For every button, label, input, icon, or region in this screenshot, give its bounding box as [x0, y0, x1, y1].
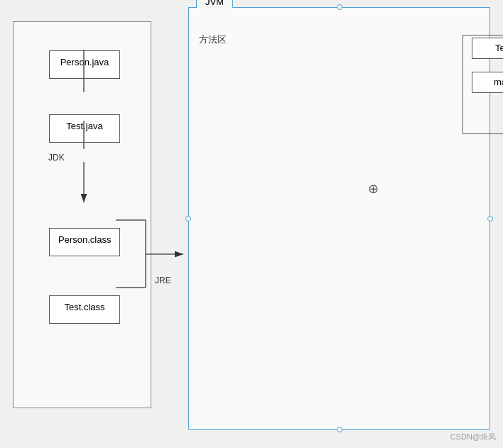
- watermark: CSDN@块风: [450, 432, 496, 442]
- main-container: Person.java Test.java Person.class Test.…: [0, 0, 503, 448]
- jre-label: JRE: [155, 275, 171, 285]
- move-cursor-icon: ⊕: [368, 181, 379, 197]
- person-java-label: Person.java: [60, 57, 109, 67]
- left-panel: Person.java Test.java Person.class Test.…: [13, 21, 151, 408]
- left-connector-dot: [185, 216, 191, 222]
- jdk-label: JDK: [48, 153, 65, 163]
- person-class-label: Person.class: [58, 234, 111, 245]
- right-connector-dot: [487, 216, 493, 222]
- test-java-label: Test.java: [66, 121, 102, 131]
- jvm-tab: JVM: [196, 0, 233, 8]
- test-frame: [463, 35, 503, 134]
- person-class-box: Person.class: [49, 228, 120, 256]
- test-class-box: Test.class: [49, 295, 120, 324]
- person-java-box: Person.java: [49, 50, 120, 79]
- method-area-label: 方法区: [199, 33, 227, 46]
- test-java-box: Test.java: [49, 114, 120, 143]
- test-class-label: Test.class: [64, 302, 104, 312]
- bottom-connector-dot: [337, 427, 342, 432]
- top-connector-dot: [337, 4, 342, 10]
- jvm-panel: JVM 方法区 Test main Person age height: [188, 7, 490, 430]
